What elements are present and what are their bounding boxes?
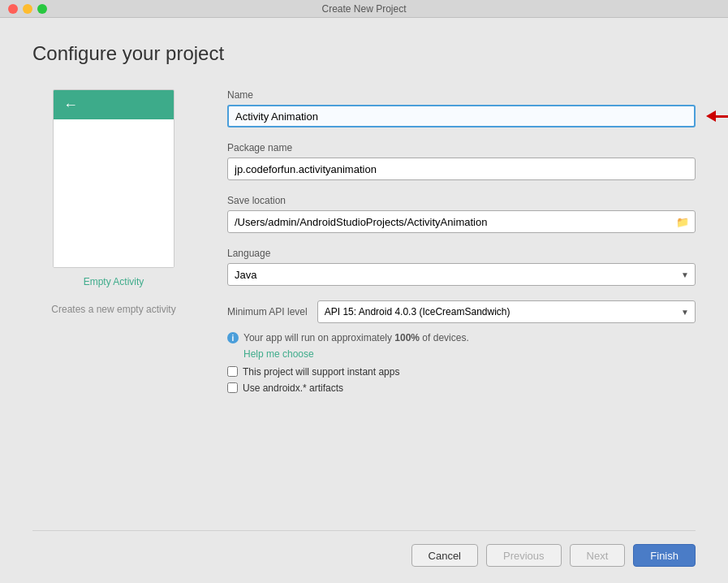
- save-location-label: Save location: [227, 195, 696, 206]
- minimize-button[interactable]: [23, 4, 32, 14]
- arrow-line: [716, 115, 728, 118]
- arrow-indicator: [706, 110, 728, 122]
- cancel-button[interactable]: Cancel: [411, 544, 478, 567]
- back-arrow-icon: ←: [63, 97, 78, 114]
- instant-apps-checkbox[interactable]: [227, 366, 238, 377]
- save-location-group: Save location 📁: [227, 195, 696, 233]
- api-level-select[interactable]: API 15: Android 4.0.3 (IceCreamSandwich)…: [317, 300, 696, 323]
- maximize-button[interactable]: [37, 4, 47, 14]
- left-panel: ← Empty Activity Creates a new empty act…: [32, 89, 195, 530]
- save-location-input[interactable]: [227, 210, 696, 233]
- preview-header: ←: [54, 90, 174, 119]
- next-button: Next: [570, 544, 626, 567]
- window-controls[interactable]: [8, 4, 47, 14]
- name-label: Name: [227, 89, 696, 101]
- close-button[interactable]: [8, 4, 18, 14]
- language-select-container: Java Kotlin ▼: [227, 263, 696, 286]
- main-content: Configure your project ← Empty Activity …: [0, 18, 728, 583]
- folder-icon[interactable]: 📁: [676, 216, 689, 228]
- device-info-text: Your app will run on approximately 100% …: [243, 331, 469, 345]
- device-info-row: i Your app will run on approximately 100…: [227, 331, 696, 345]
- language-label: Language: [227, 248, 696, 259]
- info-icon: i: [227, 332, 239, 343]
- preview-body: [54, 119, 174, 267]
- name-input-container: [227, 105, 696, 127]
- name-group: Name: [227, 89, 696, 127]
- window-title: Create New Project: [321, 3, 406, 15]
- title-bar: Create New Project: [0, 0, 728, 18]
- content-area: ← Empty Activity Creates a new empty act…: [32, 89, 696, 530]
- device-preview: ←: [53, 89, 174, 268]
- api-select-container: API 15: Android 4.0.3 (IceCreamSandwich)…: [317, 300, 696, 323]
- right-panel: Name Package name: [227, 89, 696, 530]
- info-bold: 100%: [394, 332, 420, 343]
- androidx-row: Use androidx.* artifacts: [227, 382, 696, 394]
- activity-label: Empty Activity: [84, 276, 144, 287]
- activity-description: Creates a new empty activity: [51, 304, 175, 315]
- help-me-choose-link[interactable]: Help me choose: [243, 348, 696, 360]
- androidx-label: Use androidx.* artifacts: [243, 382, 343, 394]
- min-api-label: Minimum API level: [227, 306, 308, 317]
- package-label: Package name: [227, 142, 696, 153]
- name-input[interactable]: [227, 105, 696, 127]
- save-location-container: 📁: [227, 210, 696, 233]
- finish-button[interactable]: Finish: [633, 544, 696, 567]
- package-group: Package name: [227, 142, 696, 180]
- info-text-post: of devices.: [420, 332, 469, 343]
- previous-button[interactable]: Previous: [486, 544, 562, 567]
- instant-apps-row: This project will support instant apps: [227, 366, 696, 378]
- package-input[interactable]: [227, 158, 696, 180]
- language-select[interactable]: Java Kotlin: [227, 263, 696, 286]
- api-level-row: Minimum API level API 15: Android 4.0.3 …: [227, 300, 696, 323]
- androidx-checkbox[interactable]: [227, 382, 238, 393]
- info-text-pre: Your app will run on approximately: [243, 332, 394, 343]
- bottom-bar: Cancel Previous Next Finish: [32, 530, 696, 567]
- arrow-head-icon: [706, 110, 716, 122]
- language-group: Language Java Kotlin ▼: [227, 248, 696, 286]
- arrow-graphic: [706, 110, 728, 122]
- instant-apps-label: This project will support instant apps: [243, 366, 399, 378]
- page-title: Configure your project: [32, 42, 696, 65]
